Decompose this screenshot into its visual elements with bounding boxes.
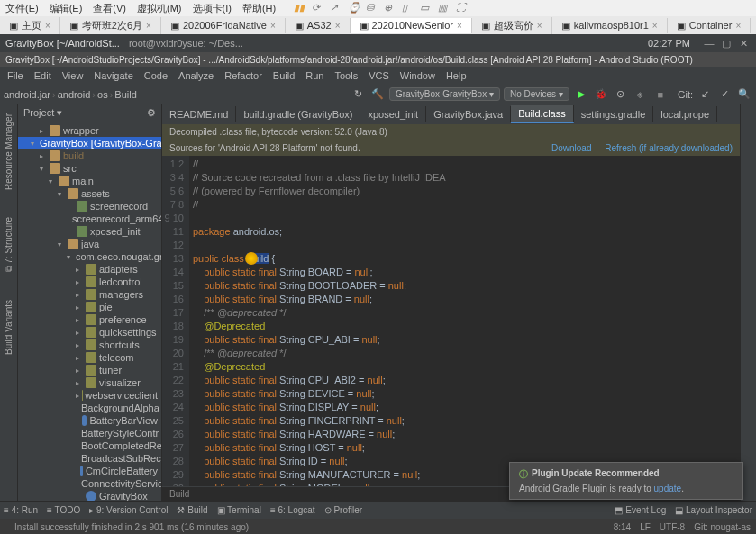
vm-menu-view[interactable]: 查看(V)	[93, 2, 126, 15]
disk-icon[interactable]: ⛁	[366, 2, 378, 14]
tree-item-xposed_init[interactable]: xposed_init	[18, 225, 161, 238]
menu-run[interactable]: Run	[302, 68, 327, 83]
network-icon[interactable]: ⊕	[384, 2, 396, 14]
send-icon[interactable]: ↗	[330, 2, 342, 14]
vm-tab-3[interactable]: ▣AS32×	[286, 18, 351, 33]
tree-item-adapters[interactable]: ▸adapters	[18, 263, 161, 276]
bottom-tab-l-2[interactable]: ▸ 9: Version Control	[89, 505, 168, 515]
stop-button[interactable]: ■	[652, 86, 669, 103]
project-view-header[interactable]: Project ▾ ⚙	[18, 104, 161, 122]
attach-button[interactable]: ⎆	[633, 86, 649, 103]
editor-tab-4[interactable]: Build.class	[511, 105, 574, 123]
vm-tab-4[interactable]: ▣202010NewSenior×	[351, 18, 472, 33]
menu-window[interactable]: Window	[396, 68, 439, 83]
tree-item-BatteryBarView[interactable]: BatteryBarView	[18, 414, 161, 427]
close-button[interactable]: ✕	[736, 36, 751, 50]
tree-item-wrapper[interactable]: ▸wrapper	[18, 124, 161, 137]
tree-item-src[interactable]: ▾src	[18, 162, 161, 175]
layout2-icon[interactable]: ▭	[420, 2, 433, 14]
tree-item-CmCircleBattery[interactable]: CmCircleBattery	[18, 465, 161, 477]
breadcrumb-1[interactable]: android	[58, 89, 91, 100]
hammer-icon[interactable]: 🔨	[369, 86, 386, 103]
vm-tab-7[interactable]: ▣Container×	[668, 18, 751, 33]
tree-item-build[interactable]: ▸build	[18, 149, 161, 162]
vm-tab-2[interactable]: ▣202006FridaNative×	[161, 18, 286, 33]
vm-tab-0[interactable]: ▣主页×	[0, 17, 60, 34]
menu-edit[interactable]: Edit	[31, 68, 55, 83]
profile-button[interactable]: ⊙	[613, 86, 629, 103]
pause-icon[interactable]: ▮▮	[294, 2, 306, 14]
tree-item-BatteryStyleContr[interactable]: BatteryStyleContr	[18, 427, 161, 439]
breadcrumb-2[interactable]: os	[97, 89, 108, 100]
taskbar-app-1[interactable]: GravityBox [~/AndroidSt...	[5, 38, 120, 49]
bottom-tab-l-5[interactable]: ≡ 6: Logcat	[270, 505, 315, 515]
bottom-tab-r-0[interactable]: ⬒ Event Log	[615, 505, 666, 515]
bottom-tab-l-4[interactable]: ▣ Terminal	[217, 505, 261, 515]
layout3-icon[interactable]: ▥	[438, 2, 451, 14]
gear-icon[interactable]: ⚙	[147, 107, 156, 119]
tree-item-main[interactable]: ▾main	[18, 175, 161, 187]
vm-menu-help[interactable]: 帮助(H)	[242, 2, 276, 15]
tree-item-webserviceclient[interactable]: ▸webserviceclient	[18, 389, 161, 402]
tree-item-telecom[interactable]: ▸telecom	[18, 351, 161, 364]
tree-item-quicksettings[interactable]: ▸quicksettings	[18, 326, 161, 339]
editor-tab-1[interactable]: build.gradle (GravityBox)	[236, 106, 360, 122]
debug-button[interactable]: 🐞	[593, 86, 609, 103]
layout1-icon[interactable]: ▯	[402, 2, 414, 14]
vm-tab-6[interactable]: ▣kalivmaosp810r1×	[552, 18, 668, 33]
tree-item-GravityBox [GravityBox-Gravity[interactable]: ▾GravityBox [GravityBox-Gravity	[18, 137, 161, 149]
taskbar-app-2[interactable]: root@vxidr0ysue: ~/Des...	[129, 38, 243, 49]
tree-item-shortcuts[interactable]: ▸shortcuts	[18, 339, 161, 351]
tree-item-BootCompletedRe[interactable]: BootCompletedRe	[18, 439, 161, 452]
status-caret[interactable]: 8:14	[614, 522, 631, 532]
editor-tab-5[interactable]: settings.gradle	[574, 106, 654, 122]
tree-item-pie[interactable]: ▸pie	[18, 301, 161, 313]
status-lineend[interactable]: LF	[640, 522, 651, 532]
structure-tab[interactable]: ⧉ 7: Structure	[4, 217, 14, 272]
bottom-tab-l-6[interactable]: ⊙ Profiler	[324, 505, 362, 515]
tree-item-ledcontrol[interactable]: ▸ledcontrol	[18, 276, 161, 288]
tree-item-screenrecord[interactable]: screenrecord	[18, 200, 161, 213]
search-icon[interactable]: 🔍	[736, 86, 752, 103]
bottom-tab-l-1[interactable]: ≡ TODO	[47, 505, 80, 515]
tree-item-GravityBox[interactable]: GravityBox	[18, 490, 161, 501]
editor-tab-6[interactable]: local.prope	[653, 106, 717, 122]
code-body[interactable]: // // Source code recreated from a .clas…	[189, 156, 740, 486]
menu-view[interactable]: View	[59, 68, 87, 83]
editor-tab-2[interactable]: xposed_init	[360, 106, 426, 122]
resource-manager-tab[interactable]: Resource Manager	[4, 113, 14, 190]
sync-button[interactable]: ↻	[350, 86, 366, 103]
vm-tab-1[interactable]: ▣考研班2次6月×	[60, 17, 161, 34]
vm-menu-tabs[interactable]: 选项卡(I)	[193, 2, 232, 15]
breadcrumb-0[interactable]: android.jar	[4, 89, 50, 100]
popup-update-link[interactable]: update	[654, 484, 682, 493]
editor-tab-0[interactable]: README.md	[162, 106, 236, 122]
menu-analyze[interactable]: Analyze	[175, 68, 217, 83]
download-sources-link[interactable]: Download	[551, 143, 591, 153]
menu-code[interactable]: Code	[141, 68, 171, 83]
bottom-tab-l-3[interactable]: ⚒ Build	[177, 505, 207, 515]
tree-item-managers[interactable]: ▸managers	[18, 288, 161, 301]
tree-item-java[interactable]: ▾java	[18, 238, 161, 250]
git-commit-icon[interactable]: ✓	[716, 86, 733, 103]
menu-tools[interactable]: Tools	[331, 68, 361, 83]
refresh-sources-link[interactable]: Refresh (if already downloaded)	[605, 143, 733, 153]
device-dropdown[interactable]: No Devices ▾	[504, 87, 569, 101]
build-variants-tab[interactable]: Build Variants	[4, 300, 14, 355]
tree-item-ConnectivityServic[interactable]: ConnectivityServic	[18, 477, 161, 490]
status-encoding[interactable]: UTF-8	[660, 522, 685, 532]
git-update-icon[interactable]: ↙	[697, 86, 713, 103]
status-git-branch[interactable]: Git: nougat-as	[694, 522, 751, 532]
menu-navigate[interactable]: Navigate	[90, 68, 136, 83]
vm-menu-vm[interactable]: 虚拟机(M)	[137, 2, 182, 15]
minimize-button[interactable]: —	[702, 36, 716, 50]
maximize-button[interactable]: ▢	[719, 36, 733, 50]
tree-item-preference[interactable]: ▸preference	[18, 313, 161, 326]
tree-item-BroadcastSubRece[interactable]: BroadcastSubRece	[18, 452, 161, 465]
vm-menu-file[interactable]: 文件(E)	[5, 2, 39, 15]
fullscreen-icon[interactable]: ⛶	[456, 2, 469, 14]
editor-tab-3[interactable]: GravityBox.java	[426, 106, 511, 122]
vm-tab-5[interactable]: ▣超级高价×	[472, 17, 552, 34]
menu-help[interactable]: Help	[442, 68, 470, 83]
bottom-tab-r-1[interactable]: ⬓ Layout Inspector	[675, 505, 752, 515]
